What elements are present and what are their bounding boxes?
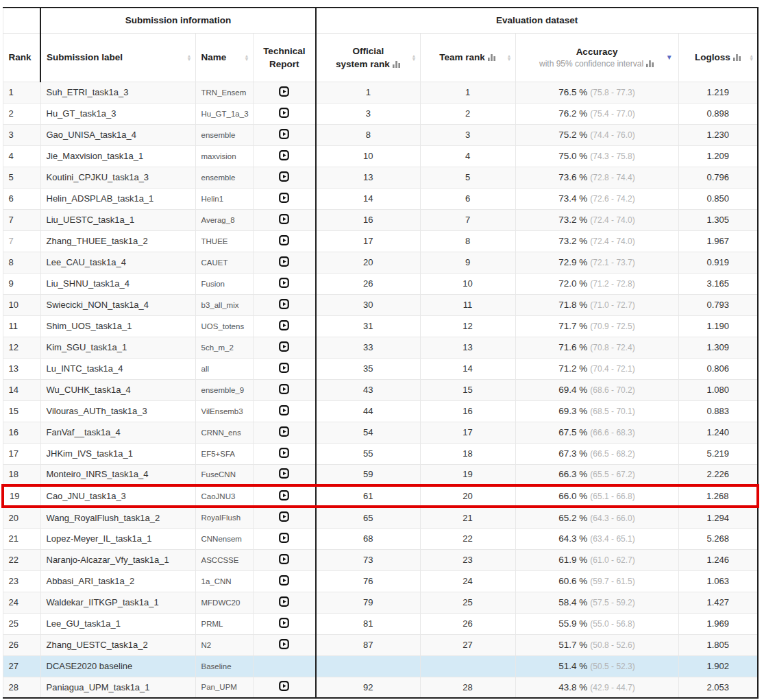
accuracy-value: 73.2 % bbox=[558, 215, 587, 225]
technical-report-link[interactable] bbox=[279, 86, 289, 97]
submission-label-cell: Zhang_UESTC_task1a_2 bbox=[40, 634, 195, 655]
sort-icon[interactable]: ▲▼ bbox=[245, 54, 249, 61]
rank-cell: 19 bbox=[3, 485, 40, 507]
sorted-desc-icon[interactable]: ▼ bbox=[666, 54, 673, 61]
col-header-submission-label[interactable]: Submission label ▲▼ bbox=[40, 33, 195, 82]
official-system-rank-cell: 61 bbox=[316, 485, 420, 507]
technical-report-link[interactable] bbox=[279, 554, 289, 564]
technical-report-cell bbox=[253, 124, 316, 145]
name-cell: CRNN_ens bbox=[195, 422, 253, 443]
technical-report-link[interactable] bbox=[279, 575, 289, 586]
accuracy-value: 60.6 % bbox=[558, 576, 587, 586]
logloss-cell: 1.063 bbox=[678, 570, 758, 592]
rank-cell: 11 bbox=[3, 315, 40, 337]
accuracy-value: 73.2 % bbox=[558, 236, 587, 246]
submission-label-cell: Suh_ETRI_task1a_3 bbox=[40, 82, 195, 103]
name-cell: THUEE bbox=[195, 230, 253, 252]
technical-report-link[interactable] bbox=[279, 278, 289, 288]
technical-report-link[interactable] bbox=[279, 193, 289, 203]
play-icon bbox=[279, 320, 289, 330]
rank-cell: 1 bbox=[3, 82, 40, 103]
submission-label-cell: JHKim_IVS_task1a_1 bbox=[40, 443, 195, 464]
technical-report-link[interactable] bbox=[279, 639, 289, 649]
technical-report-link[interactable] bbox=[279, 511, 289, 522]
accuracy-cell: 61.9 %(61.0 - 62.7) bbox=[515, 549, 678, 570]
sort-icon[interactable]: ▲▼ bbox=[412, 54, 417, 61]
submission-label-cell: Abbasi_ARI_task1a_2 bbox=[40, 570, 195, 592]
sort-icon[interactable]: ▲▼ bbox=[187, 54, 192, 61]
table-row: 5Koutini_CPJKU_task1a_3ensemble 13573.6 … bbox=[3, 167, 758, 188]
technical-report-link[interactable] bbox=[279, 681, 289, 691]
sort-icon[interactable]: ▲▼ bbox=[749, 54, 754, 61]
team-rank-cell: 18 bbox=[420, 443, 515, 464]
technical-report-link[interactable] bbox=[279, 214, 289, 224]
name-cell: Fusion bbox=[195, 273, 253, 294]
official-system-rank-cell: 13 bbox=[316, 167, 420, 188]
rank-cell: 18 bbox=[3, 464, 40, 485]
accuracy-confidence-interval: (68.5 - 70.1) bbox=[590, 407, 634, 416]
technical-report-link[interactable] bbox=[279, 490, 289, 500]
submission-label-cell: Jie_Maxvision_task1a_1 bbox=[40, 145, 195, 167]
col-header-team-rank[interactable]: Team rank ▲▼ bbox=[420, 33, 515, 82]
technical-report-link[interactable] bbox=[279, 256, 289, 267]
col-header-official-system-rank[interactable]: Official system rank ▲▼ bbox=[316, 33, 420, 82]
accuracy-confidence-interval: (66.5 - 68.2) bbox=[590, 449, 634, 459]
technical-report-link[interactable] bbox=[279, 468, 289, 479]
technical-report-link[interactable] bbox=[279, 341, 289, 352]
sort-icon[interactable]: ▲▼ bbox=[507, 54, 512, 61]
col-header-name[interactable]: Name ▲▼ bbox=[195, 33, 253, 82]
rank-cell: 15 bbox=[3, 400, 40, 422]
logloss-cell: 1.246 bbox=[678, 549, 758, 570]
name-cell: EF5+SFA bbox=[195, 443, 253, 464]
logloss-cell: 5.268 bbox=[678, 528, 758, 549]
technical-report-cell bbox=[253, 294, 316, 315]
name-cell: CAUET bbox=[195, 252, 253, 273]
accuracy-value: 75.2 % bbox=[558, 130, 587, 140]
table-row: 15Vilouras_AUTh_task1a_3VilEnsemb3 44166… bbox=[3, 400, 758, 422]
technical-report-link[interactable] bbox=[279, 299, 289, 309]
logloss-cell: 1.967 bbox=[678, 230, 758, 252]
results-table: Submission information Evaluation datase… bbox=[1, 7, 759, 699]
official-system-rank-cell: 14 bbox=[316, 188, 420, 209]
col-header-accuracy[interactable]: Accuracy with 95% confidence interval ▼ bbox=[515, 33, 678, 82]
logloss-cell: 0.806 bbox=[678, 358, 758, 379]
technical-report-link[interactable] bbox=[279, 405, 289, 415]
col-header-logloss[interactable]: Logloss ▲▼ bbox=[678, 33, 758, 82]
technical-report-link[interactable] bbox=[279, 171, 289, 182]
accuracy-cell: 66.0 %(65.1 - 66.8) bbox=[515, 485, 678, 507]
official-system-rank-cell bbox=[316, 655, 420, 677]
table-row: 16FanVaf__task1a_4CRNN_ens 541767.5 %(66… bbox=[3, 422, 758, 443]
technical-report-link[interactable] bbox=[279, 320, 289, 330]
accuracy-value: 71.6 % bbox=[558, 342, 587, 352]
logloss-cell: 2.053 bbox=[678, 677, 758, 698]
accuracy-cell: 66.3 %(65.5 - 67.2) bbox=[515, 464, 678, 485]
name-cell: Averag_8 bbox=[195, 209, 253, 230]
accuracy-confidence-interval: (70.9 - 72.5) bbox=[590, 322, 634, 331]
team-rank-cell: 8 bbox=[420, 230, 515, 252]
technical-report-link[interactable] bbox=[279, 426, 289, 437]
accuracy-cell: 67.3 %(66.5 - 68.2) bbox=[515, 443, 678, 464]
submission-label-cell: Koutini_CPJKU_task1a_3 bbox=[40, 167, 195, 188]
technical-report-link[interactable] bbox=[279, 129, 289, 139]
play-icon bbox=[279, 554, 289, 564]
technical-report-link[interactable] bbox=[279, 150, 289, 160]
technical-report-link[interactable] bbox=[279, 533, 289, 543]
accuracy-cell: 76.2 %(75.4 - 77.0) bbox=[515, 103, 678, 124]
name-cell: maxvision bbox=[195, 145, 253, 167]
accuracy-confidence-interval: (74.4 - 76.0) bbox=[590, 130, 634, 140]
technical-report-link[interactable] bbox=[279, 384, 289, 394]
technical-report-link[interactable] bbox=[279, 448, 289, 458]
technical-report-link[interactable] bbox=[279, 363, 289, 373]
rank-cell: 6 bbox=[3, 188, 40, 209]
accuracy-confidence-interval: (70.8 - 72.4) bbox=[590, 343, 634, 352]
technical-report-link[interactable] bbox=[279, 596, 289, 607]
technical-report-link[interactable] bbox=[279, 108, 289, 118]
technical-report-link[interactable] bbox=[279, 618, 289, 628]
name-cell: ASCCSSE bbox=[195, 549, 253, 570]
play-icon bbox=[279, 681, 289, 691]
technical-report-link[interactable] bbox=[279, 235, 289, 245]
table-row: 1Suh_ETRI_task1a_3TRN_Ensem 1176.5 %(75.… bbox=[3, 82, 758, 103]
play-icon bbox=[279, 575, 289, 586]
accuracy-value: 72.0 % bbox=[558, 278, 587, 289]
name-cell: MFDWC20 bbox=[195, 592, 253, 613]
